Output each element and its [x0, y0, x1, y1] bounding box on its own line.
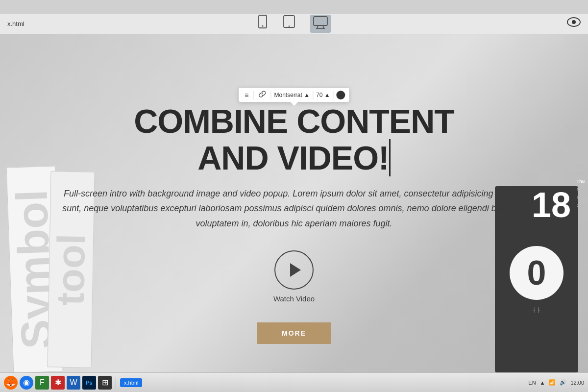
mobile-icon[interactable]: [257, 15, 268, 33]
svg-line-6: [323, 25, 324, 28]
headline: COMBINE CONTENT and VIDEO!: [29, 103, 559, 176]
preview-eye-icon[interactable]: [567, 17, 581, 30]
browser-icons: [257, 15, 331, 33]
tab-bar: [0, 0, 588, 14]
svg-point-3: [289, 25, 290, 27]
video-button-container: Watch Video: [29, 250, 559, 303]
svg-point-1: [262, 25, 264, 26]
taskbar-word[interactable]: W: [67, 376, 80, 390]
toolbar-divider-3: [313, 91, 313, 99]
page-content: Symbol tool 18 0 ┤├ TueWedThuFriSatSun ≡: [0, 34, 588, 392]
taskbar-arrow-up: ▲: [540, 380, 545, 386]
text-toolbar-popup: ≡ Montserrat ▲ 70 ▲: [238, 87, 349, 102]
taskbar-active-item[interactable]: x.html: [120, 378, 142, 387]
play-button[interactable]: [274, 250, 314, 290]
svg-line-5: [317, 25, 318, 28]
main-content: COMBINE CONTENT and VIDEO! Full-screen i…: [0, 103, 588, 344]
taskbar-language: EN: [528, 380, 536, 386]
toolbar-divider-2: [271, 91, 271, 99]
desktop-icon[interactable]: [310, 15, 331, 33]
taskbar-misc[interactable]: ⊞: [98, 376, 112, 390]
watch-video-label: Watch Video: [273, 294, 315, 303]
svg-point-9: [572, 20, 576, 24]
link-button[interactable]: [257, 90, 268, 100]
headline-line2: and VIDEO!: [197, 139, 390, 176]
file-name: x.html: [5, 20, 24, 27]
taskbar-time: 12:00: [570, 380, 584, 386]
svg-rect-4: [314, 17, 327, 25]
taskbar-volume-icon: 🔊: [560, 379, 566, 386]
text-cursor: [389, 139, 391, 176]
toolbar-divider-1: [254, 91, 254, 99]
taskbar-system: EN ▲ 📶 🔊 12:00: [528, 379, 584, 386]
more-button[interactable]: MORE: [257, 322, 331, 344]
taskbar-separator: [116, 377, 116, 389]
align-button[interactable]: ≡: [243, 90, 250, 100]
browser-chrome: x.html: [0, 0, 588, 34]
color-picker[interactable]: [337, 91, 345, 99]
tablet-icon[interactable]: [283, 15, 295, 33]
taskbar-firefox[interactable]: 🦊: [4, 376, 18, 390]
taskbar: 🦊 ◉ F ✱ W Ps ⊞ x.html EN ▲ 📶 🔊 12:00: [0, 372, 588, 392]
taskbar-browser[interactable]: ◉: [20, 376, 33, 390]
taskbar-photoshop[interactable]: Ps: [82, 376, 96, 390]
play-triangle-icon: [290, 263, 301, 277]
headline-line1: COMBINE CONTENT: [134, 102, 454, 140]
address-bar-row: x.html: [0, 13, 588, 34]
taskbar-filezilla[interactable]: F: [35, 376, 49, 390]
font-name-selector[interactable]: Montserrat ▲: [274, 92, 310, 98]
toolbar-divider-4: [333, 91, 334, 99]
font-size-selector[interactable]: 70 ▲: [316, 92, 330, 98]
hero-description: Full-screen intro with background image …: [61, 186, 527, 231]
taskbar-antivirus[interactable]: ✱: [51, 376, 65, 390]
taskbar-network-icon: 📶: [549, 379, 556, 386]
